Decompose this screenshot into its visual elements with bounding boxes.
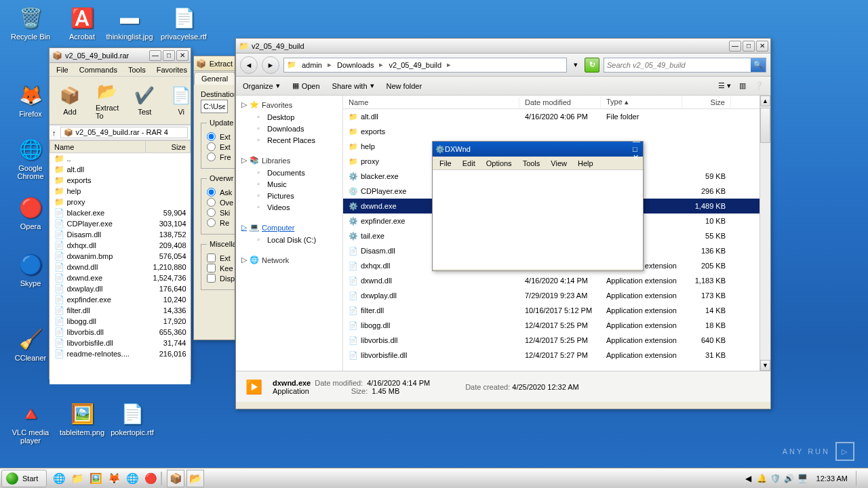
up-icon[interactable]: ↑ bbox=[52, 129, 56, 137]
dxwnd-window[interactable]: ⚙️ DXWnd — □ ✕ FileEditOptionsToolsViewH… bbox=[432, 141, 644, 271]
radio-option[interactable]: Fre bbox=[207, 152, 235, 161]
share-button[interactable]: Share with ▾ bbox=[332, 81, 374, 90]
rar-row[interactable]: dxwanim.bmp576,054 bbox=[50, 251, 191, 262]
taskbar-pinned[interactable]: 📁 bbox=[69, 470, 85, 487]
scroll-thumb[interactable] bbox=[760, 108, 770, 143]
file-row[interactable]: 📁alt.dll4/16/2020 4:06 PMFile folder bbox=[343, 109, 770, 124]
file-row[interactable]: 📄dxwnd.dll4/16/2020 4:14 PMApplication e… bbox=[343, 273, 770, 288]
search-input[interactable] bbox=[604, 58, 751, 72]
view-button[interactable]: ☰ ▾ bbox=[718, 81, 731, 90]
crumb[interactable]: v2_05_49_build bbox=[386, 61, 444, 69]
col-size[interactable]: Size bbox=[146, 141, 191, 153]
dxwnd-content[interactable] bbox=[433, 170, 643, 269]
scrollbar[interactable]: ▲ ▼ bbox=[760, 96, 770, 371]
toolbtn-vi[interactable]: 📄Vi bbox=[166, 83, 196, 117]
radio-option[interactable]: Ski bbox=[207, 208, 235, 217]
col-date[interactable]: Date modified bbox=[519, 97, 601, 108]
taskbar-pinned[interactable]: 🔴 bbox=[142, 470, 159, 487]
minimize-button[interactable]: — bbox=[149, 50, 161, 61]
toolbtn-test[interactable]: ✔️Test bbox=[130, 83, 159, 117]
tray-icon[interactable]: 🖥️ bbox=[797, 473, 808, 484]
nav-item[interactable]: ▫️Desktop bbox=[236, 111, 342, 123]
rar-row[interactable]: CDPlayer.exe303,104 bbox=[50, 218, 191, 229]
extract-titlebar[interactable]: 📦 Extract bbox=[194, 56, 235, 71]
extract-dialog[interactable]: 📦 Extract General Advanced Destination U… bbox=[193, 56, 235, 340]
dest-input[interactable] bbox=[201, 100, 228, 113]
taskbar-pinned[interactable]: 🦊 bbox=[106, 470, 122, 487]
rar-row[interactable]: blacker.exe59,904 bbox=[50, 207, 191, 218]
desktop-icon-privacyelse-rtf[interactable]: 📄privacyelse.rtf bbox=[160, 4, 208, 41]
nav-item[interactable]: ▫️Videos bbox=[236, 201, 342, 213]
maximize-button[interactable]: □ bbox=[163, 50, 175, 61]
tray-icon[interactable]: 🛡️ bbox=[770, 473, 781, 484]
menu-tools[interactable]: Tools bbox=[123, 64, 151, 75]
show-desktop[interactable] bbox=[856, 471, 863, 486]
taskbar-pinned[interactable]: 🖼️ bbox=[87, 470, 104, 487]
winrar-menubar[interactable]: FileCommandsToolsFavoritesOp bbox=[50, 63, 191, 77]
menu-file[interactable]: File bbox=[51, 64, 74, 75]
breadcrumb[interactable]: 📁 admin▸Downloads▸v2_05_49_build▸ bbox=[283, 58, 567, 73]
toolbtn-extract-to[interactable]: 📂Extract To bbox=[92, 79, 123, 121]
rar-row[interactable]: libvorbis.dll655,360 bbox=[50, 327, 191, 338]
menu-view[interactable]: View bbox=[545, 158, 572, 169]
desktop-icon-recycle-bin[interactable]: 🗑️Recycle Bin bbox=[7, 4, 54, 41]
desktop-icon-google-chrome[interactable]: 🌐Google Chrome bbox=[7, 136, 54, 180]
radio-option[interactable]: Re bbox=[207, 218, 235, 227]
desktop-icon-ccleaner[interactable]: 🧹CCleaner bbox=[7, 325, 54, 362]
scroll-down[interactable]: ▼ bbox=[760, 360, 770, 371]
file-row[interactable]: 📄libvorbisfile.dll12/4/2017 5:27 PMAppli… bbox=[343, 348, 770, 363]
minimize-button[interactable]: — bbox=[729, 41, 741, 52]
rar-row[interactable]: readme-relnotes....216,016 bbox=[50, 348, 191, 359]
nav-item[interactable]: ▫️Documents bbox=[236, 167, 342, 178]
help-icon[interactable]: ❔ bbox=[754, 81, 764, 90]
rar-row[interactable]: filter.dll14,336 bbox=[50, 305, 191, 316]
organize-button[interactable]: Organize ▾ bbox=[243, 81, 280, 90]
menu-help[interactable]: Help bbox=[572, 158, 599, 169]
search-icon[interactable]: 🔍 bbox=[751, 58, 766, 72]
taskbar-app[interactable]: 📂 bbox=[186, 470, 204, 487]
file-row[interactable]: 📄libogg.dll12/4/2017 5:25 PMApplication … bbox=[343, 318, 770, 333]
refresh-button[interactable]: ↻ bbox=[585, 58, 599, 73]
winrar-titlebar[interactable]: 📦 v2_05_49_build.rar — □ ✕ bbox=[50, 48, 191, 63]
radio-option[interactable]: Ask bbox=[207, 188, 235, 197]
desktop-icon-skype[interactable]: 🔵Skype bbox=[7, 251, 54, 287]
desktop-icon-thinkinglist-jpg[interactable]: ▬thinkinglist.jpg bbox=[106, 4, 153, 41]
close-button[interactable]: ✕ bbox=[756, 41, 768, 52]
winrar-toolbar[interactable]: 📦Add📂Extract To✔️Test📄Vi bbox=[50, 77, 191, 125]
col-size[interactable]: Size bbox=[682, 97, 731, 108]
rar-row[interactable]: expfinder.exe10,240 bbox=[50, 294, 191, 305]
history-dropdown[interactable]: ▾ bbox=[571, 60, 580, 69]
winrar-window[interactable]: 📦 v2_05_49_build.rar — □ ✕ FileCommandsT… bbox=[49, 47, 191, 380]
open-button[interactable]: ▦ Open bbox=[292, 81, 320, 90]
rar-row[interactable]: .. bbox=[50, 153, 191, 165]
nav-head[interactable]: ▷⭐ Favorites bbox=[236, 98, 342, 111]
rar-row[interactable]: dxwplay.dll176,640 bbox=[50, 283, 191, 294]
desktop-icon-pokertopic-rtf[interactable]: 📄pokertopic.rtf bbox=[108, 400, 156, 436]
nav-item[interactable]: ▫️Pictures bbox=[236, 190, 342, 201]
taskbar[interactable]: Start 🌐📁🖼️🦊🌐🔴 📦📂 ◀🔔🛡️🔊🖥️ 12:33 AM bbox=[0, 468, 868, 488]
desktop-icon-opera[interactable]: 🔴Opera bbox=[7, 194, 54, 230]
menu-commands[interactable]: Commands bbox=[74, 64, 123, 75]
menu-favorites[interactable]: Favorites bbox=[151, 64, 193, 75]
file-row[interactable]: 📄libvorbis.dll12/4/2017 5:25 PMApplicati… bbox=[343, 333, 770, 348]
nav-head[interactable]: ▷📚 Libraries bbox=[236, 154, 342, 167]
search-box[interactable]: 🔍 bbox=[604, 58, 766, 73]
nav-head[interactable]: ▷🌐 Network bbox=[236, 253, 342, 266]
back-button[interactable]: ◄ bbox=[240, 56, 258, 74]
col-type[interactable]: Type ▴ bbox=[601, 96, 682, 108]
menu-options[interactable]: Options bbox=[481, 158, 517, 169]
start-button[interactable]: Start bbox=[1, 470, 47, 487]
nav-head[interactable]: ▷💻 Computer bbox=[236, 221, 342, 234]
file-row[interactable]: 📄filter.dll10/16/2017 5:12 PMApplication… bbox=[343, 303, 770, 318]
nav-pane[interactable]: ▷⭐ Favorites▫️Desktop▫️Downloads▫️Recent… bbox=[236, 96, 343, 371]
rar-row[interactable]: exports bbox=[50, 175, 191, 186]
rar-row[interactable]: help bbox=[50, 186, 191, 197]
taskbar-pinned[interactable]: 🌐 bbox=[124, 470, 140, 487]
close-button[interactable]: ✕ bbox=[176, 50, 189, 61]
file-row[interactable]: 📄dxwplay.dll7/29/2019 9:23 AMApplication… bbox=[343, 288, 770, 303]
col-name[interactable]: Name bbox=[343, 97, 519, 108]
dxwnd-titlebar[interactable]: ⚙️ DXWnd — □ ✕ bbox=[433, 142, 643, 157]
dxwnd-menubar[interactable]: FileEditOptionsToolsViewHelp bbox=[433, 157, 643, 170]
tray-icon[interactable]: ◀ bbox=[743, 473, 754, 484]
explorer-titlebar[interactable]: 📁 v2_05_49_build — □ ✕ bbox=[236, 39, 770, 54]
